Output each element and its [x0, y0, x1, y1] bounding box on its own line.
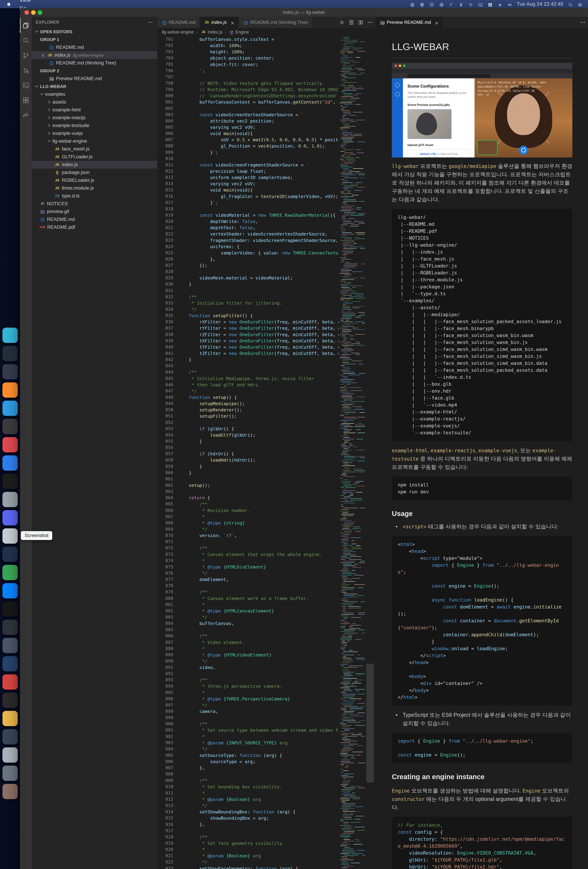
- obs-status-icon[interactable]: [410, 1, 415, 7]
- activity-explorer[interactable]: [20, 18, 32, 33]
- window-title-bar[interactable]: index.js — llg-webar: [20, 8, 588, 17]
- close-window-button[interactable]: [25, 10, 29, 15]
- dock-app-4[interactable]: [3, 383, 18, 397]
- activity-extensions[interactable]: [20, 93, 32, 108]
- dock-app-23[interactable]: [3, 729, 18, 744]
- explorer-more-actions-icon[interactable]: [148, 20, 153, 25]
- breadcrumb[interactable]: llg-webar-engineJSindex.jsEngine: [157, 28, 375, 36]
- tree-item-README.pdf[interactable]: PDFREADME.pdf: [32, 223, 157, 231]
- breadcrumb-symbol[interactable]: Engine: [235, 30, 249, 34]
- control-center-icon[interactable]: [578, 1, 583, 7]
- tree-item-example-html[interactable]: example-html: [32, 106, 157, 114]
- record-status-icon[interactable]: [439, 1, 444, 7]
- dock-app-20[interactable]: [3, 674, 18, 690]
- tree-item-index.js[interactable]: JSindex.js: [32, 161, 157, 169]
- menu-bar-clock[interactable]: Tue Aug 24 22:42:45: [517, 1, 563, 7]
- code-editor[interactable]: 7917927937947957967977987998008018028038…: [157, 36, 375, 869]
- eject-status-icon[interactable]: [497, 1, 502, 7]
- run-file-action-icon[interactable]: [348, 19, 354, 25]
- dock-app-18[interactable]: [3, 638, 18, 653]
- dock-app-2[interactable]: [3, 346, 18, 361]
- breadcrumb-folder[interactable]: llg-webar-engine: [162, 30, 194, 34]
- open-editor-README.md[interactable]: README.md: [32, 43, 157, 51]
- chev-right-icon: [47, 115, 52, 120]
- minimize-window-button[interactable]: [31, 10, 36, 15]
- more-action-icon[interactable]: [580, 19, 585, 25]
- dock-app-19[interactable]: [3, 656, 18, 672]
- dock-app-24[interactable]: [3, 747, 18, 763]
- dock-app-11[interactable]: [3, 510, 18, 525]
- sync-app-status-icon[interactable]: [449, 1, 454, 7]
- dropbox-status-icon[interactable]: [419, 1, 425, 7]
- open-editor-Preview-README.md[interactable]: Preview README.md: [32, 75, 157, 83]
- dock-app-15[interactable]: [3, 583, 18, 598]
- markdown-preview[interactable]: LLG-WEBAR Scene Configurations This info…: [375, 28, 588, 869]
- tree-item-three.module.js[interactable]: JSthree.module.js: [32, 184, 157, 192]
- dock-app-6[interactable]: [3, 419, 18, 434]
- dock-app-12[interactable]: [3, 528, 18, 544]
- tree-item-RGBELoader.js[interactable]: JSRGBELoader.js: [32, 176, 157, 184]
- activity-live-share[interactable]: [20, 108, 32, 123]
- chev-down-icon: [39, 92, 44, 97]
- image-icon: [40, 209, 45, 215]
- dock-app-9[interactable]: [3, 474, 18, 489]
- tree-item-preview.gif[interactable]: preview.gif: [32, 208, 157, 215]
- minimap[interactable]: [339, 36, 365, 869]
- tree-item-example-vuejs[interactable]: example-vuejs: [32, 129, 157, 137]
- bluetooth-status-icon[interactable]: [458, 1, 464, 7]
- tab-index.js[interactable]: JSindex.js: [200, 17, 239, 28]
- dock-app-1[interactable]: [3, 328, 18, 343]
- apple-menu-icon[interactable]: [0, 0, 16, 8]
- tree-item-type.d.ts[interactable]: TStype.d.ts: [32, 192, 157, 200]
- spotlight-icon[interactable]: [568, 1, 573, 7]
- display-icon: [478, 2, 483, 7]
- tree-item-example-testsuite[interactable]: example-testsuite: [32, 122, 157, 129]
- wifi-status-icon[interactable]: [468, 1, 473, 7]
- activity-terminal-ps[interactable]: [20, 78, 32, 93]
- tree-item-GLTFLoader.js[interactable]: JSGLTFLoader.js: [32, 153, 157, 161]
- menu-item-view[interactable]: View: [16, 0, 44, 4]
- activity-search[interactable]: [20, 33, 32, 48]
- tab-preview-readme[interactable]: Preview README.md: [375, 17, 443, 28]
- dock-app-3[interactable]: [3, 364, 18, 380]
- play-action-icon[interactable]: [339, 19, 345, 25]
- shield-status-icon[interactable]: [429, 1, 434, 7]
- dock-app-10[interactable]: [3, 492, 18, 507]
- dock-app-8[interactable]: [3, 455, 18, 471]
- tab-README.md-Working-Tree-[interactable]: README.md (Working Tree): [239, 17, 312, 28]
- tree-item-example-reactjs[interactable]: example-reactjs: [32, 114, 157, 122]
- dock-app-7[interactable]: [3, 437, 18, 452]
- split-action-icon[interactable]: [358, 19, 363, 25]
- editor-scrollbar[interactable]: [365, 36, 375, 869]
- breadcrumb-file[interactable]: index.js: [208, 30, 222, 34]
- dock-app-13[interactable]: [3, 547, 18, 562]
- tree-item-README.md[interactable]: README.md: [32, 215, 157, 223]
- tree-item-package.json[interactable]: {}package.json: [32, 169, 157, 176]
- tree-item-face_mesh.js[interactable]: JSface_mesh.js: [32, 145, 157, 153]
- more-icon: [580, 20, 585, 25]
- tab-README.md[interactable]: README.md: [157, 17, 200, 28]
- tree-item-llg-webar-engine[interactable]: llg-webar-engine: [32, 137, 157, 145]
- dock-app-5[interactable]: [3, 400, 18, 416]
- tree-item-examples[interactable]: examples: [32, 90, 157, 98]
- dock-app-17[interactable]: [3, 620, 18, 635]
- dock-app-14[interactable]: [3, 565, 18, 580]
- volume-status-icon[interactable]: [507, 1, 512, 7]
- open-editors-header[interactable]: OPEN EDITORS: [32, 28, 157, 36]
- workspace-root[interactable]: LLG-WEBAR: [32, 83, 157, 90]
- more-action-icon[interactable]: [367, 19, 373, 25]
- dock-app-25[interactable]: [3, 765, 18, 781]
- dock-app-21[interactable]: [3, 693, 18, 708]
- dock-app-22[interactable]: [3, 711, 18, 726]
- tree-item-NOTICES[interactable]: NOTICES: [32, 200, 157, 208]
- dock-app-26[interactable]: [3, 784, 18, 799]
- zoom-window-button[interactable]: [38, 10, 42, 15]
- tree-item-assets[interactable]: assets: [32, 98, 157, 106]
- open-editor-index.js[interactable]: JSindex.jsllg-webar-engine: [32, 51, 157, 59]
- open-editor-README.md-Working-Tree-[interactable]: README.md (Working Tree): [32, 59, 157, 67]
- activity-source-control[interactable]: [20, 48, 32, 63]
- input-a-status-icon[interactable]: [487, 1, 493, 7]
- activity-run-debug[interactable]: [20, 63, 32, 78]
- display-status-icon[interactable]: [478, 1, 483, 7]
- dock-app-16[interactable]: [3, 601, 18, 617]
